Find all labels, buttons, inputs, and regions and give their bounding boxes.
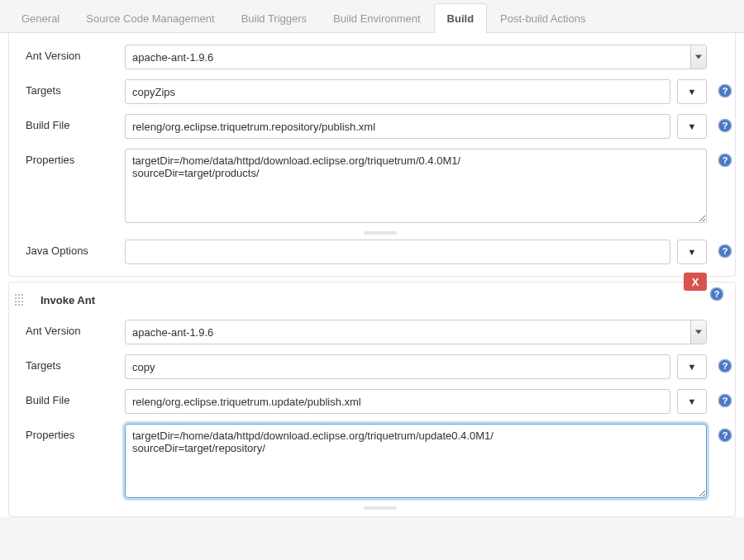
build-step-section-1: Ant Version apache-ant-1.9.6 Targets ▼ ?… [8,33,736,277]
java-options-input-1[interactable] [125,240,670,264]
build-file-input-2[interactable] [125,389,670,414]
tab-build-triggers[interactable]: Build Triggers [228,3,320,33]
tab-build[interactable]: Build [434,3,488,33]
drag-bar[interactable] [364,231,397,235]
section-title-invoke-ant: Invoke Ant [26,289,735,315]
label-targets-1: Targets [26,79,125,97]
ant-version-select-1[interactable]: apache-ant-1.9.6 [125,45,707,69]
row-build-file-1: Build File ▼ ? [26,109,735,144]
tab-general[interactable]: General [8,3,73,33]
dropdown-icon: ▼ [688,396,697,406]
row-targets-2: Targets ▼ ? [26,349,735,384]
dropdown-icon [695,55,702,59]
label-build-file-2: Build File [26,389,125,406]
row-java-options-1: Java Options ▼ ? [26,235,735,269]
build-file-advanced-button-1[interactable]: ▼ [677,114,707,139]
label-targets-2: Targets [26,354,125,372]
dropdown-icon: ▼ [688,87,697,97]
targets-input-1[interactable] [125,79,670,104]
properties-textarea-1[interactable] [125,149,707,223]
help-icon[interactable]: ? [718,244,732,258]
dropdown-icon [695,330,702,335]
build-file-input-1[interactable] [125,114,670,139]
tab-build-environment[interactable]: Build Environment [320,3,434,33]
row-ant-version-1: Ant Version apache-ant-1.9.6 [26,40,735,74]
ant-version-value-1: apache-ant-1.9.6 [132,51,213,64]
label-java-options-1: Java Options [26,240,125,257]
help-icon[interactable]: ? [718,429,732,442]
targets-input-2[interactable] [125,354,670,379]
ant-version-select-2[interactable]: apache-ant-1.9.6 [125,320,707,344]
help-icon[interactable]: ? [718,394,732,407]
row-ant-version-2: Ant Version apache-ant-1.9.6 [26,315,735,349]
label-properties-1: Properties [26,149,125,166]
dropdown-icon: ▼ [688,247,697,257]
row-build-file-2: Build File ▼ ? [26,384,735,419]
help-icon[interactable]: ? [718,154,732,167]
dropdown-icon: ▼ [688,121,697,131]
content-area: Ant Version apache-ant-1.9.6 Targets ▼ ?… [0,33,744,517]
row-properties-2: Properties ? [26,419,735,503]
row-targets-1: Targets ▼ ? [26,74,735,109]
tab-scm[interactable]: Source Code Management [73,3,227,33]
targets-advanced-button-2[interactable]: ▼ [677,354,707,379]
label-ant-version-1: Ant Version [26,45,125,62]
properties-textarea-2[interactable] [125,424,707,498]
delete-step-button[interactable]: X [684,273,707,291]
label-build-file-1: Build File [26,114,125,131]
java-options-advanced-button-1[interactable]: ▼ [677,240,707,264]
tabs-bar: General Source Code Management Build Tri… [0,0,744,33]
section-title-text: Invoke Ant [41,294,95,306]
build-file-advanced-button-2[interactable]: ▼ [677,389,707,414]
build-step-section-2: X ? Invoke Ant Ant Version apache-ant-1.… [8,282,736,517]
ant-version-value-2: apache-ant-1.9.6 [132,326,213,339]
row-properties-1: Properties ? [26,144,735,228]
label-ant-version-2: Ant Version [26,320,125,337]
help-icon[interactable]: ? [718,84,732,97]
label-properties-2: Properties [26,424,125,441]
help-icon[interactable]: ? [718,359,732,373]
drag-bar[interactable] [364,506,397,510]
tab-post-build-actions[interactable]: Post-build Actions [487,3,599,33]
targets-advanced-button-1[interactable]: ▼ [677,79,707,104]
help-icon[interactable]: ? [718,119,732,132]
drag-handle-icon[interactable] [14,293,24,306]
dropdown-icon: ▼ [688,362,697,372]
